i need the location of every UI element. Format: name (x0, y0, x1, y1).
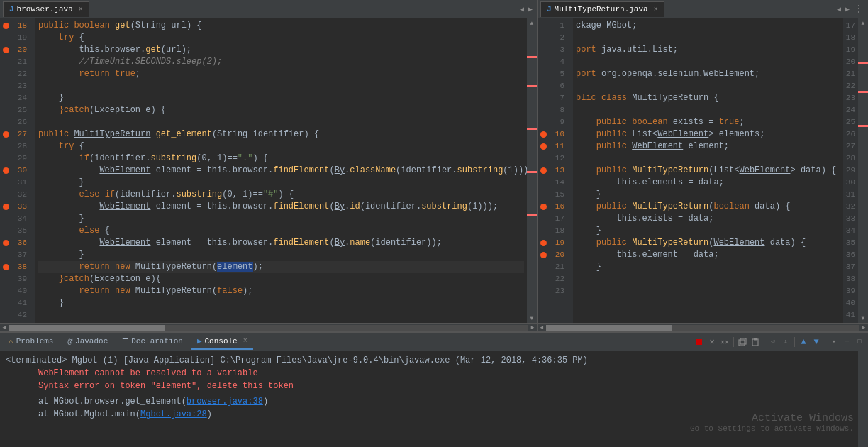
bottom-panel-scroll[interactable] (858, 351, 868, 447)
right-h-scroll[interactable]: ◄ ► (538, 323, 868, 331)
tab-console[interactable]: ▶ Console × (191, 334, 253, 350)
tab-javadoc-label: Javadoc (75, 337, 108, 346)
h-scroll-left-btn[interactable]: ◄ (0, 324, 9, 332)
tab-bar-right-left: ◀ ▶ (518, 5, 534, 13)
console-terminated-line: <terminated> Mgbot (1) [Java Application… (6, 354, 852, 367)
tab-console-label: Console (205, 337, 238, 346)
right-tab-scroll-right[interactable]: ▶ (844, 5, 851, 13)
left-tab-close[interactable]: × (79, 6, 83, 13)
tab-declaration[interactable]: ☰ Declaration (116, 334, 189, 350)
console-tab-close[interactable]: × (243, 337, 247, 345)
right-h-scroll-right[interactable]: ► (859, 324, 868, 332)
scroll-up-arrow[interactable]: ▲ (530, 18, 534, 28)
maximize-button[interactable]: □ (854, 336, 865, 348)
stack1-link[interactable]: browser.java:38 (187, 397, 263, 407)
stack2-prefix: at MGbot.Mgbot.main( (38, 409, 140, 419)
java-file-icon: J (9, 5, 14, 13)
stack1-suffix: ) (263, 397, 268, 407)
separator3 (794, 337, 795, 347)
scroll-lock-button[interactable]: ⇕ (780, 336, 791, 348)
left-editor-content: 1819202122232425262728293031323334353637… (0, 18, 537, 323)
problems-icon: ⚠ (9, 336, 13, 346)
tab-problems[interactable]: ⚠ Problems (3, 334, 59, 350)
scroll-marks-left (527, 28, 537, 314)
console-toolbar: ✕ ✕✕ ⏎ ⇕ ▲ ▼ (694, 336, 865, 348)
right-tab-label: MultiTypeReturn.java (555, 5, 648, 13)
svg-rect-1 (739, 340, 745, 346)
stack2-link[interactable]: Mgbot.java:28 (140, 409, 207, 419)
remove-launches-button[interactable]: ✕✕ (719, 336, 730, 348)
h-scroll-thumb-left (9, 325, 165, 331)
minimize-button[interactable]: ─ (841, 336, 852, 348)
left-tab-bar: J browser.java × ◀ ▶ (0, 0, 537, 18)
tab-scroll-left-icon[interactable]: ◀ (518, 5, 525, 13)
svg-rect-2 (740, 338, 746, 344)
right-h-scroll-track (546, 325, 859, 331)
left-tab-label: browser.java (17, 5, 73, 13)
copy-button[interactable] (737, 336, 748, 348)
nav-up-button[interactable]: ▲ (798, 336, 809, 348)
right-h-scroll-thumb (546, 325, 672, 331)
win-activate-title: Activate Windows (690, 412, 854, 424)
right-tab-menu[interactable]: ⋮ (852, 3, 865, 15)
right-secondary-nums: 1718192021222324252627282930313233343536… (843, 18, 858, 323)
svg-rect-4 (754, 338, 757, 340)
console-icon: ▶ (197, 336, 202, 346)
h-scroll-right-btn[interactable]: ► (528, 324, 537, 332)
win-activate-sub: Go to Settings to activate Windows. (690, 424, 854, 433)
right-scroll-panel[interactable]: ▲ ▼ (858, 18, 868, 323)
paste-button[interactable] (750, 336, 761, 348)
tab-problems-label: Problems (16, 337, 54, 346)
right-tab-close[interactable]: × (654, 6, 658, 13)
tab-javadoc[interactable]: @ Javadoc (62, 334, 113, 350)
right-code-area[interactable]: ckage MGbot;port java.util.List;port org… (573, 18, 843, 323)
wordwrap-button[interactable]: ⏎ (767, 336, 779, 348)
h-scroll-track-left (9, 325, 528, 331)
right-tab-bar: J MultiTypeReturn.java × ◀ ▶ ⋮ (538, 0, 868, 18)
right-editor-content: 1234567891011121314151617181920212223 ck… (538, 18, 868, 323)
stack2-suffix: ) (207, 409, 212, 419)
separator1 (733, 337, 734, 347)
right-tab-scroll-left[interactable]: ◀ (835, 5, 842, 13)
left-scroll-panel[interactable]: ▲ ▼ (527, 18, 537, 323)
right-tab-multitypereturn[interactable]: J MultiTypeReturn.java × (540, 1, 664, 17)
scroll-down-arrow[interactable]: ▼ (530, 314, 534, 323)
win-activate-overlay: Activate Windows Go to Settings to activ… (690, 412, 854, 433)
separator2 (764, 337, 764, 347)
right-java-icon: J (547, 5, 552, 13)
tab-scroll-right-icon[interactable]: ▶ (527, 5, 534, 13)
main-container: J browser.java × ◀ ▶ 1819202122232425262… (0, 0, 868, 447)
console-error-line1: WebElement cannot be resolved to a varia… (6, 367, 852, 380)
javadoc-icon: @ (67, 337, 72, 346)
right-scroll-down[interactable]: ▼ (862, 314, 865, 323)
tab-bar-right-right: ◀ ▶ ⋮ (835, 3, 865, 15)
left-h-scroll[interactable]: ◄ ► (0, 323, 537, 331)
left-tab-browser-java[interactable]: J browser.java × (3, 1, 89, 17)
nav-down-button[interactable]: ▼ (811, 336, 822, 348)
stop-button[interactable] (694, 336, 705, 348)
left-editor: J browser.java × ◀ ▶ 1819202122232425262… (0, 0, 538, 331)
left-code-area[interactable]: public boolean get(String url) { try { t… (35, 18, 527, 323)
bottom-tab-bar: ⚠ Problems @ Javadoc ☰ Declaration ▶ Con… (0, 333, 868, 351)
separator4 (825, 337, 825, 347)
console-stack1: at MGbot.browser.get_element(browser.jav… (6, 395, 852, 408)
left-gutter: 1819202122232425262728293031323334353637… (0, 18, 35, 323)
terminate-button[interactable]: ✕ (706, 336, 718, 348)
view-menu-button[interactable]: ▾ (828, 336, 840, 348)
editor-area: J browser.java × ◀ ▶ 1819202122232425262… (0, 0, 868, 331)
console-error-line2: Syntax error on token "element", delete … (6, 380, 852, 392)
declaration-icon: ☰ (122, 337, 128, 346)
right-gutter: 1234567891011121314151617181920212223 (538, 18, 573, 323)
stack1-prefix: at MGbot.browser.get_element( (38, 397, 187, 407)
right-h-scroll-left[interactable]: ◄ (538, 324, 546, 332)
right-editor: J MultiTypeReturn.java × ◀ ▶ ⋮ 123456789… (538, 0, 868, 331)
tab-declaration-label: Declaration (131, 337, 183, 346)
right-scroll-up[interactable]: ▲ (862, 18, 865, 28)
svg-rect-0 (696, 339, 702, 345)
scroll-marks-right (858, 28, 868, 314)
